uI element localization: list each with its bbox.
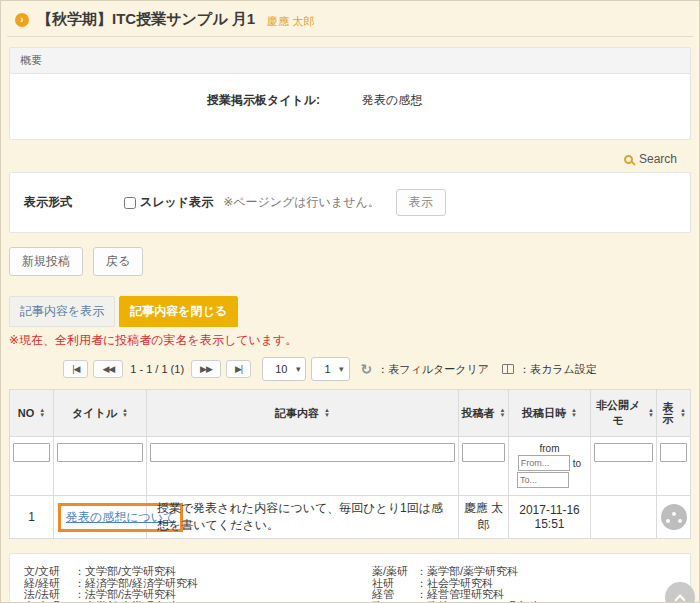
page-range: 1 - 1 / 1 (1) xyxy=(130,363,184,375)
row-title-cell: 発表の感想について xyxy=(54,496,147,539)
header-content-label: 記事内容 xyxy=(275,406,319,421)
legend-full: 商学部/商学研究科 xyxy=(85,600,176,603)
filter-title-cell xyxy=(54,437,147,496)
board-title-value: 発表の感想 xyxy=(362,92,422,109)
legend-sep: ： xyxy=(416,577,427,589)
legend-sep: ： xyxy=(416,565,427,577)
legend-item: 薬/薬研：薬学部/薬学研究科 xyxy=(372,566,629,578)
row-visibility-button[interactable] xyxy=(661,504,687,530)
filter-author-input[interactable] xyxy=(462,443,505,462)
header-title-label: タイトル xyxy=(72,406,117,421)
overview-body: 授業掲示板タイトル: 発表の感想 xyxy=(10,74,690,139)
legend-full: 社会学研究科 xyxy=(427,577,493,589)
first-page-button[interactable]: |◀ xyxy=(63,360,88,378)
page-number-select[interactable]: 1 xyxy=(311,357,349,381)
header-show-label: 表示 xyxy=(661,401,675,425)
filter-show-input[interactable] xyxy=(660,443,687,462)
legend-abbr: 法/法研 xyxy=(24,589,74,601)
new-post-button[interactable]: 新規投稿 xyxy=(9,247,83,276)
legend-sep: ： xyxy=(74,600,85,603)
legend-left-column: 文/文研：文学部/文学研究科 経/経研：経済学部/経済学研究科 法/法研：法学部… xyxy=(24,566,372,603)
filter-date-from-input[interactable] xyxy=(518,455,570,471)
filter-content-input[interactable] xyxy=(150,443,455,462)
legend-full: 法学部/法学研究科 xyxy=(85,588,176,600)
date-from-label: from xyxy=(512,443,587,454)
content-tabs: 記事内容を表示 記事内容を閉じる xyxy=(1,276,699,327)
sort-icon[interactable] xyxy=(680,408,686,418)
header-divider xyxy=(7,36,693,37)
board-title-label: 授業掲示板タイトル: xyxy=(10,92,320,109)
next-page-button[interactable]: ▶▶ xyxy=(191,360,221,378)
sort-icon[interactable] xyxy=(39,408,45,418)
thread-display-checkbox[interactable] xyxy=(124,197,136,209)
legend-full: 政策・メディア研究科 xyxy=(427,600,538,603)
header-no[interactable]: NO xyxy=(10,390,54,437)
row-no: 1 xyxy=(10,496,54,539)
legend-sep: ： xyxy=(74,565,85,577)
column-settings-icon[interactable] xyxy=(502,364,514,374)
legend-sep: ： xyxy=(416,600,427,603)
header-no-label: NO xyxy=(18,407,35,419)
top-actions: 新規投稿 戻る xyxy=(1,233,699,276)
thread-display-label: スレッド表示 xyxy=(140,194,213,211)
header-author[interactable]: 投稿者 xyxy=(459,390,509,437)
sort-icon[interactable] xyxy=(500,408,506,418)
legend-full: 文学部/文学研究科 xyxy=(85,565,176,577)
search-toggle[interactable]: Search xyxy=(639,152,677,166)
filter-no-cell xyxy=(10,437,54,496)
filter-no-input[interactable] xyxy=(13,443,50,462)
filter-clear-label: ：表フィルタークリア xyxy=(377,362,489,377)
search-row: Search xyxy=(1,140,699,170)
thread-display-option[interactable]: スレッド表示 xyxy=(124,194,213,211)
filter-content-cell xyxy=(147,437,459,496)
filter-memo-cell xyxy=(591,437,657,496)
row-memo xyxy=(591,496,657,539)
header-memo-label: 非公開メモ xyxy=(593,398,643,428)
display-button[interactable]: 表示 xyxy=(396,189,446,216)
tab-close-content[interactable]: 記事内容を閉じる xyxy=(119,296,238,327)
row-date: 2017-11-16 15:51 xyxy=(509,496,591,539)
header-title[interactable]: タイトル xyxy=(54,390,147,437)
user-name-link[interactable]: 慶應 太郎 xyxy=(267,14,314,29)
overview-panel: 概要 授業掲示板タイトル: 発表の感想 xyxy=(9,47,691,140)
post-content: 授業で発表された内容について、毎回ひとり1回は感想を書いてください。 xyxy=(151,500,454,534)
posts-table: NO タイトル 記事内容 投稿者 投稿日時 非公開メモ 表示 from to 1 xyxy=(9,389,691,539)
filter-memo-input[interactable] xyxy=(594,443,653,462)
share-icon xyxy=(672,512,676,516)
page-size-select[interactable]: 10 xyxy=(262,357,306,381)
page-number-value: 1 xyxy=(324,363,330,375)
filter-clear-icon[interactable]: ↻ xyxy=(361,362,373,376)
header-date[interactable]: 投稿日時 xyxy=(509,390,591,437)
table-header-row: NO タイトル 記事内容 投稿者 投稿日時 非公開メモ 表示 xyxy=(10,390,691,437)
header-memo[interactable]: 非公開メモ xyxy=(591,390,657,437)
tab-show-content[interactable]: 記事内容を表示 xyxy=(9,296,115,327)
sort-icon[interactable] xyxy=(648,408,654,418)
table-filter-row: from to xyxy=(10,437,691,496)
page-header: › 【秋学期】ITC授業サンプル 月1 慶應 太郎 xyxy=(1,1,699,36)
chevron-up-icon xyxy=(674,594,685,603)
back-button[interactable]: 戻る xyxy=(93,247,143,276)
page-size-value: 10 xyxy=(275,363,287,375)
row-action-cell xyxy=(657,496,691,539)
display-format-panel: 表示形式 スレッド表示 ※ページングは行いません。 表示 xyxy=(9,172,691,233)
search-icon xyxy=(624,155,633,164)
legend-right-column: 薬/薬研：薬学部/薬学研究科 社研：社会学研究科 経管：経営管理研究科 政メ：政… xyxy=(372,566,629,603)
sort-icon[interactable] xyxy=(324,408,330,418)
header-author-label: 投稿者 xyxy=(462,406,495,421)
sort-icon[interactable] xyxy=(122,408,128,418)
last-page-button[interactable]: ▶| xyxy=(226,360,251,378)
pagination-bar: |◀ ◀◀ 1 - 1 / 1 (1) ▶▶ ▶| 10 1 ↻ ：表フィルター… xyxy=(0,349,699,387)
legend-full: 薬学部/薬学研究科 xyxy=(427,565,518,577)
paging-note: ※ページングは行いません。 xyxy=(223,194,380,211)
sort-icon[interactable] xyxy=(571,408,577,418)
filter-date-to-input[interactable] xyxy=(517,472,569,488)
header-show[interactable]: 表示 xyxy=(657,390,691,437)
real-name-notice: ※現在、全利用者に投稿者の実名を表示しています。 xyxy=(1,327,699,349)
prev-page-button[interactable]: ◀◀ xyxy=(93,360,123,378)
legend-full: 経営管理研究科 xyxy=(427,588,504,600)
legend-full: 経済学部/経済学研究科 xyxy=(85,577,198,589)
header-content[interactable]: 記事内容 xyxy=(147,390,459,437)
row-content-cell: 授業で発表された内容について、毎回ひとり1回は感想を書いてください。 xyxy=(147,496,459,539)
page-title: 【秋学期】ITC授業サンプル 月1 xyxy=(37,10,255,29)
filter-title-input[interactable] xyxy=(57,443,143,462)
